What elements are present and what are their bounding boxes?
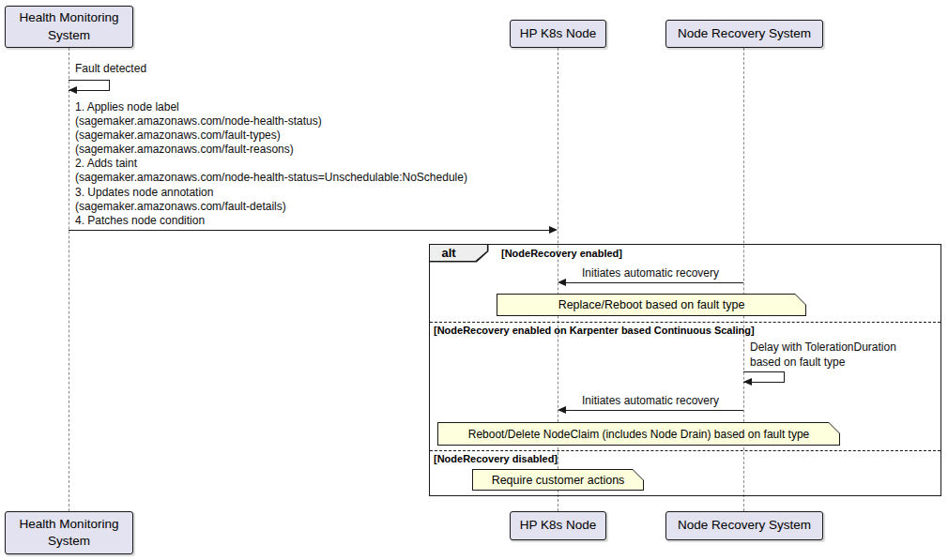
participant-bottom-health-monitoring-system: Health Monitoring System xyxy=(5,511,133,554)
note-require-customer: Require customer actions xyxy=(472,469,644,491)
participant-bottom-node-recovery-system: Node Recovery System xyxy=(665,511,823,540)
message-delay-toleration-arrowhead xyxy=(743,378,752,386)
message-fault-detected-label: Fault detected xyxy=(75,62,146,75)
message-node-update-label: 1. Applies node label (sagemaker.amazona… xyxy=(75,100,467,228)
participant-top-hp-k8s-node: HP K8s Node xyxy=(510,20,606,48)
lifeline-health-monitoring-system xyxy=(69,48,69,511)
message-fault-detected-arrowhead xyxy=(69,86,77,94)
note-replace-reboot: Replace/Reboot based on fault type xyxy=(497,294,806,316)
message-initiates-recovery-2-line xyxy=(559,410,743,411)
guard-noderecovery-karpenter: [NodeRecovery enabled on Karpenter based… xyxy=(434,325,755,336)
sequence-diagram: Health Monitoring System HP K8s Node Nod… xyxy=(0,0,948,560)
guard-noderecovery-disabled: [NodeRecovery disabled] xyxy=(434,453,558,464)
message-delay-toleration-label: Delay with TolerationDuration based on f… xyxy=(750,340,896,370)
message-initiates-recovery-2-label: Initiates automatic recovery xyxy=(558,394,743,407)
alt-operator-label: alt xyxy=(430,245,487,261)
message-initiates-recovery-1-label: Initiates automatic recovery xyxy=(558,266,743,280)
guard-noderecovery-enabled: [NodeRecovery enabled] xyxy=(501,248,622,259)
participant-top-health-monitoring-system: Health Monitoring System xyxy=(5,6,133,48)
note-require-customer-text: Require customer actions xyxy=(473,470,643,490)
alt-divider-2 xyxy=(430,450,940,451)
message-node-update-line xyxy=(69,230,551,231)
alt-pentagon: alt xyxy=(430,245,489,263)
note-reboot-delete: Reboot/Delete NodeClaim (includes Node D… xyxy=(437,422,840,446)
message-initiates-recovery-1-line xyxy=(559,282,743,283)
message-initiates-recovery-1-arrowhead xyxy=(558,279,566,286)
note-reboot-delete-text: Reboot/Delete NodeClaim (includes Node D… xyxy=(438,423,839,445)
message-initiates-recovery-2-arrowhead xyxy=(558,406,566,414)
note-replace-reboot-text: Replace/Reboot based on fault type xyxy=(497,295,805,315)
alt-divider-1 xyxy=(430,322,940,323)
message-node-update-arrowhead xyxy=(549,226,558,234)
participant-top-node-recovery-system: Node Recovery System xyxy=(665,20,823,48)
participant-bottom-hp-k8s-node: HP K8s Node xyxy=(510,511,606,540)
